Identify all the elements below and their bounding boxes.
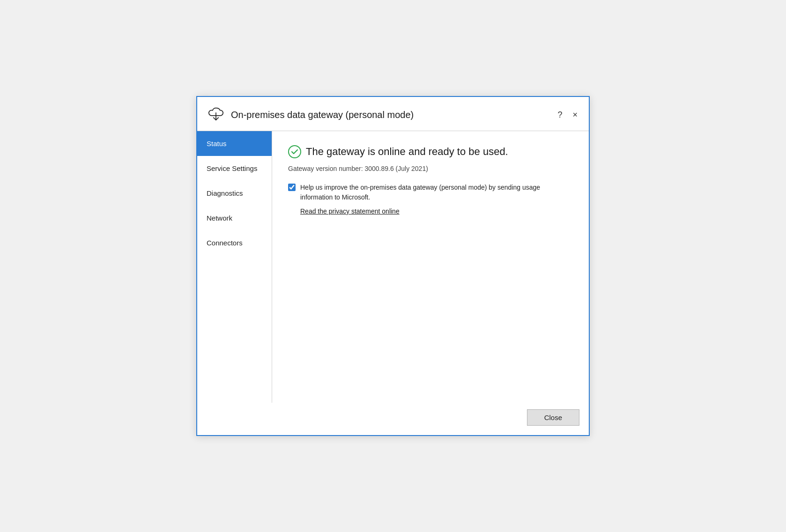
version-text: Gateway version number: 3000.89.6 (July … [288,165,573,172]
usage-checkbox[interactable] [288,184,296,191]
title-left: On-premises data gateway (personal mode) [207,105,414,124]
privacy-link[interactable]: Read the privacy statement online [300,207,400,215]
sidebar-item-status[interactable]: Status [197,131,272,156]
status-heading-text: The gateway is online and ready to be us… [306,146,508,158]
footer: Close [197,403,589,435]
usage-checkbox-row: Help us improve the on-premises data gat… [288,183,573,202]
sidebar-item-network[interactable]: Network [197,206,272,230]
status-check-icon [288,145,301,158]
content-panel: The gateway is online and ready to be us… [272,131,589,403]
sidebar: Status Service Settings Diagnostics Netw… [197,131,272,403]
app-window: On-premises data gateway (personal mode)… [196,96,590,436]
main-layout: Status Service Settings Diagnostics Netw… [197,131,589,403]
status-heading: The gateway is online and ready to be us… [288,145,573,158]
window-close-button[interactable]: × [571,110,579,120]
svg-point-1 [289,146,301,158]
window-controls: ? × [556,110,579,120]
title-bar: On-premises data gateway (personal mode)… [197,97,589,131]
cloud-upload-icon [207,105,225,124]
usage-checkbox-label: Help us improve the on-premises data gat… [300,183,573,202]
sidebar-item-diagnostics[interactable]: Diagnostics [197,181,272,206]
window-title: On-premises data gateway (personal mode) [231,110,414,120]
help-button[interactable]: ? [556,110,564,120]
sidebar-item-connectors[interactable]: Connectors [197,230,272,255]
close-button[interactable]: Close [527,409,579,426]
sidebar-item-service-settings[interactable]: Service Settings [197,156,272,181]
